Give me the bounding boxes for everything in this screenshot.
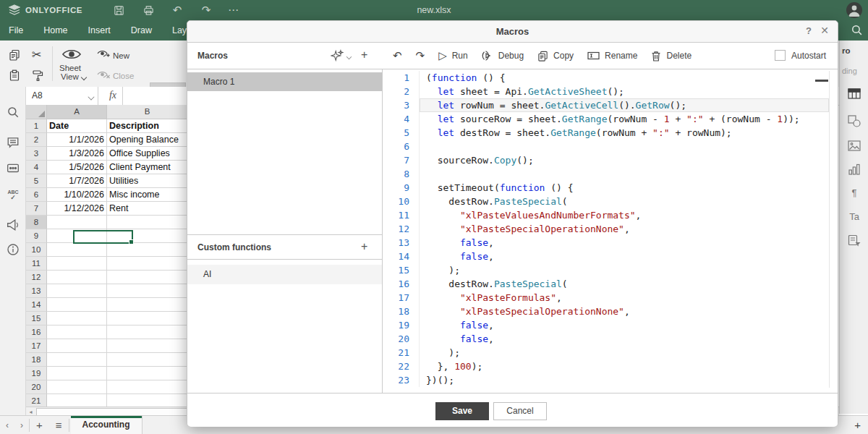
code-line-6[interactable]: 6 — [383, 140, 829, 153]
ai-sparkle-chevron-icon[interactable] — [346, 54, 352, 59]
macro-redo-icon[interactable]: ↷ — [416, 50, 425, 61]
add-custom-function-button[interactable]: + — [361, 240, 367, 253]
code-line-17[interactable]: 17 "xlPasteFormulas", — [383, 291, 829, 305]
search-icon[interactable] — [851, 24, 863, 36]
code-line-15[interactable]: 15 ); — [383, 263, 829, 277]
rename-button[interactable]: Rename — [587, 51, 637, 61]
cell-B16[interactable] — [107, 326, 188, 339]
cell-B8[interactable] — [107, 216, 188, 229]
row-header-8[interactable]: 8 — [26, 216, 47, 229]
chat-icon[interactable] — [7, 162, 20, 175]
row-header-19[interactable]: 19 — [26, 367, 47, 380]
code-line-22[interactable]: 22 }, 100); — [383, 359, 829, 373]
spellcheck-icon[interactable]: ABC✓ — [7, 190, 20, 203]
print-icon[interactable] — [140, 1, 157, 19]
cell-A11[interactable] — [47, 257, 107, 271]
cell-B17[interactable] — [107, 339, 188, 353]
user-avatar[interactable] — [846, 2, 862, 18]
prev-sheet-icon[interactable]: ‹ — [0, 420, 14, 430]
delete-macro-button[interactable]: Delete — [651, 51, 692, 61]
image-settings-icon[interactable] — [848, 140, 861, 153]
about-icon[interactable] — [7, 243, 20, 256]
cell-B3[interactable]: Office Supplies — [107, 147, 188, 161]
cell-A20[interactable] — [47, 380, 107, 394]
row-header-17[interactable]: 17 — [26, 339, 47, 353]
dialog-close-icon[interactable]: ✕ — [820, 25, 829, 36]
row-header-20[interactable]: 20 — [26, 380, 47, 394]
paragraph-settings-icon[interactable]: ¶ — [848, 187, 861, 200]
copy-icon[interactable] — [9, 49, 20, 61]
row-header-21[interactable]: 21 — [26, 394, 47, 407]
find-icon[interactable] — [7, 106, 20, 119]
scroll-left-arrow-icon[interactable]: ◂ — [27, 409, 34, 415]
tab-home[interactable]: Home — [33, 20, 77, 41]
cell-B11[interactable] — [107, 257, 188, 271]
cell-B7[interactable]: Rent — [107, 202, 188, 216]
code-line-18[interactable]: 18 "xlPasteSpecialOperationNone", — [383, 305, 829, 318]
chart-settings-icon[interactable] — [848, 163, 861, 176]
cell-B14[interactable] — [107, 298, 188, 312]
sheet-view-chevron-icon[interactable] — [81, 75, 87, 80]
text-art-settings-icon[interactable]: Ta — [848, 211, 861, 224]
code-line-19[interactable]: 19 false, — [383, 318, 829, 332]
cell-B5[interactable]: Utilities — [107, 174, 188, 188]
add-sheet-icon[interactable]: + — [30, 419, 49, 431]
code-line-13[interactable]: 13 false, — [383, 236, 829, 250]
row-header-7[interactable]: 7 — [26, 202, 47, 216]
cell-A6[interactable]: 1/10/2026 — [47, 188, 107, 202]
undo-icon[interactable]: ↶ — [169, 1, 186, 19]
debug-button[interactable]: Debug — [482, 50, 524, 61]
row-header-2[interactable]: 2 — [26, 133, 47, 147]
run-button[interactable]: ▷ Run — [438, 50, 468, 61]
redo-icon[interactable]: ↷ — [197, 1, 215, 19]
cell-B6[interactable]: Misc income — [107, 188, 188, 202]
cell-A10[interactable] — [47, 243, 107, 257]
column-header-b[interactable]: B — [107, 105, 188, 119]
cell-A1[interactable]: Date — [47, 119, 107, 133]
row-header-1[interactable]: 1 — [26, 119, 47, 133]
dialog-help-icon[interactable]: ? — [806, 25, 812, 36]
save-button[interactable]: Save — [435, 402, 489, 420]
code-line-21[interactable]: 21 ); — [383, 346, 829, 359]
cell-B2[interactable]: Opening Balance — [107, 133, 188, 147]
row-header-10[interactable]: 10 — [26, 243, 47, 257]
row-header-3[interactable]: 3 — [26, 147, 47, 161]
code-line-11[interactable]: 11 "xlPasteValuesAndNumberFormats", — [383, 208, 829, 222]
feedback-icon[interactable] — [7, 218, 20, 231]
comments-icon[interactable] — [7, 136, 20, 149]
code-line-20[interactable]: 20 false, — [383, 332, 829, 346]
row-header-9[interactable]: 9 — [26, 229, 47, 243]
code-line-4[interactable]: 4 let sourceRow = sheet.GetRange(rowNum … — [383, 112, 829, 126]
row-header-13[interactable]: 13 — [26, 284, 47, 298]
code-line-12[interactable]: 12 "xlPasteSpecialOperationNone", — [383, 222, 829, 236]
row-header-12[interactable]: 12 — [26, 271, 47, 284]
autostart-checkbox[interactable]: Autostart — [775, 50, 826, 61]
cell-B1[interactable]: Description — [107, 119, 188, 133]
code-editor[interactable]: 1(function () {2 let sheet = Api.GetActi… — [383, 69, 839, 393]
code-line-14[interactable]: 14 false, — [383, 250, 829, 263]
cell-A5[interactable]: 1/7/2026 — [47, 174, 107, 188]
more-options-icon[interactable]: ⋯ — [225, 1, 242, 19]
cell-A12[interactable] — [47, 271, 107, 284]
sheet-tab-accounting[interactable]: Accounting — [71, 416, 142, 434]
cell-B13[interactable] — [107, 284, 188, 298]
cell-B18[interactable] — [107, 353, 188, 367]
cell-A2[interactable]: 1/1/2026 — [47, 133, 107, 147]
code-line-2[interactable]: 2 let sheet = Api.GetActiveSheet(); — [383, 85, 829, 98]
cell-B10[interactable] — [107, 243, 188, 257]
new-sheet-view-label[interactable]: New — [113, 51, 129, 60]
cell-B19[interactable] — [107, 367, 188, 380]
row-header-4[interactable]: 4 — [26, 161, 47, 174]
cell-A8[interactable] — [47, 216, 107, 229]
sheet-view-label-line1[interactable]: Sheet — [59, 64, 81, 72]
row-header-15[interactable]: 15 — [26, 312, 47, 326]
slicer-settings-icon[interactable] — [848, 234, 861, 247]
tab-draw[interactable]: Draw — [121, 20, 162, 41]
tab-file[interactable]: File — [0, 20, 33, 41]
column-header-a[interactable]: A — [47, 105, 107, 119]
cell-B15[interactable] — [107, 312, 188, 326]
table-settings-icon[interactable] — [848, 88, 861, 101]
format-painter-icon[interactable] — [32, 69, 43, 81]
copy-macro-button[interactable]: Copy — [537, 51, 574, 61]
code-line-1[interactable]: 1(function () { — [383, 71, 829, 85]
